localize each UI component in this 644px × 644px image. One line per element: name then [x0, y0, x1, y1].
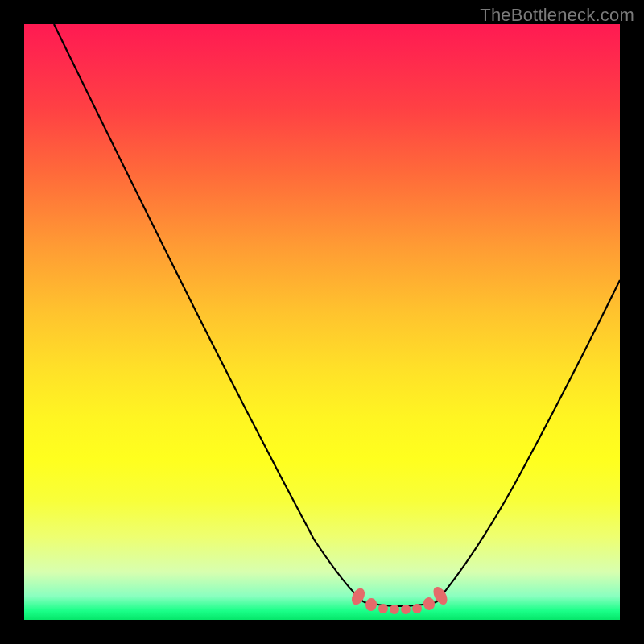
- pink-accent-band: [349, 584, 450, 614]
- svg-rect-4: [401, 605, 411, 614]
- chart-canvas: TheBottleneck.com: [0, 0, 644, 644]
- svg-rect-2: [378, 604, 388, 613]
- svg-rect-3: [390, 605, 399, 614]
- svg-rect-6: [422, 596, 436, 612]
- left-curve: [54, 24, 364, 602]
- watermark-text: TheBottleneck.com: [480, 5, 634, 26]
- right-curve: [436, 280, 620, 602]
- plot-area: [24, 24, 620, 620]
- curve-overlay: [24, 24, 620, 620]
- svg-rect-5: [412, 604, 422, 613]
- svg-rect-1: [364, 597, 378, 613]
